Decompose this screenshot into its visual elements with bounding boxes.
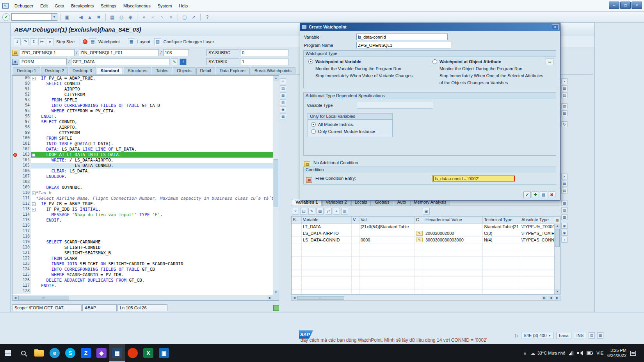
code-line-108[interactable]: 108 — [12, 179, 273, 185]
columns-icon[interactable]: ▦ — [317, 208, 324, 215]
layout-button[interactable]: Layout — [137, 39, 150, 44]
status-doc-icon[interactable]: ▤ — [589, 332, 595, 339]
tab-detail[interactable]: Detail — [196, 67, 215, 74]
edit-value-icon[interactable]: ✎ — [416, 238, 423, 242]
page-right-icon[interactable]: ▶ — [555, 296, 560, 300]
code-line-113[interactable]: 113− IF PV_IDB IS INITIAL. — [12, 207, 273, 212]
confirm-button[interactable]: ✔ — [523, 192, 531, 198]
detail-icon[interactable]: ▤ — [300, 208, 307, 215]
fold-column[interactable]: − — [31, 207, 36, 212]
tab-objects[interactable]: Objects — [173, 67, 195, 74]
include-field[interactable]: ZIN_OPENSQL1_F01 — [79, 49, 159, 56]
breakpoint-column[interactable] — [12, 245, 18, 250]
breakpoint-column[interactable] — [12, 130, 18, 136]
breakpoint-column[interactable] — [12, 158, 18, 163]
code-line-112[interactable]: 112− IF PV_CB = ABAP_TRUE. — [12, 201, 273, 207]
fold-column[interactable]: − — [31, 201, 36, 207]
step-out-icon[interactable]: ↥ — [30, 38, 37, 45]
configure-debugger-layer-button[interactable]: Configure Debugger Layer — [164, 39, 214, 44]
breakpoint-column[interactable] — [12, 218, 18, 223]
table-vertical-scrollbar[interactable]: ▲ ▼ — [554, 224, 560, 294]
column-header-variable[interactable]: Variable — [302, 216, 352, 223]
previous-page-icon[interactable]: ‹ — [149, 13, 157, 21]
breakpoint-column[interactable] — [12, 267, 18, 272]
menu-goto[interactable]: Goto — [51, 2, 68, 10]
taskbar-purple-app[interactable]: ◆ — [94, 344, 109, 362]
breakpoints-icon[interactable] — [83, 39, 87, 44]
next-page-icon[interactable]: › — [158, 13, 166, 21]
language-indicator[interactable]: VIE — [596, 351, 603, 355]
scrollbar-thumb[interactable] — [555, 229, 560, 247]
close-panel-icon[interactable]: × — [561, 78, 568, 84]
menu-miscellaneous[interactable]: Miscellaneous — [120, 2, 154, 10]
configure-layer-icon[interactable]: ▧ — [154, 38, 161, 45]
chevron-down-icon[interactable]: ▼ — [548, 334, 551, 337]
code-line-104[interactable]: 104 WRITE: / LS_DATA-AIRPTO, — [12, 158, 273, 163]
code-line-116[interactable]: 116 — [12, 223, 273, 229]
program-name-input[interactable] — [356, 42, 452, 48]
code-line-96[interactable]: 96 ENDIF. — [12, 114, 273, 119]
breakpoint-column[interactable] — [12, 119, 18, 125]
breakpoint-column[interactable] — [12, 174, 18, 179]
breakpoint-column[interactable] — [12, 87, 18, 92]
breakpoint-column[interactable] — [12, 81, 18, 87]
step-over-icon[interactable]: ↷ — [22, 38, 29, 45]
code-line-127[interactable]: 127 ENDIF. — [12, 283, 273, 289]
fold-toggle-icon[interactable]: − — [32, 192, 36, 195]
command-field[interactable] — [12, 14, 51, 20]
scroll-right-icon[interactable]: ▶ — [542, 296, 547, 300]
table-row[interactable]: LS_DATA-CONNID0000✎3000300030003000N(4)\… — [292, 237, 560, 243]
close-panel-icon-2[interactable]: × — [561, 174, 568, 179]
breakpoint-column[interactable] — [12, 169, 18, 174]
breakpoint-column[interactable] — [12, 108, 18, 114]
breakpoint-column[interactable] — [12, 223, 18, 229]
breakpoint-column[interactable] — [12, 147, 18, 152]
code-line-95[interactable]: 95 WHERE CITYFROM = PV_CITA. — [12, 108, 273, 114]
free-condition-input[interactable]: ls_data-connid = '0002' — [432, 175, 515, 182]
breakpoint-column[interactable] — [12, 283, 18, 289]
volume-icon[interactable] — [577, 351, 583, 355]
code-line-109[interactable]: 109 BREAK QUYNHBC. — [12, 185, 273, 190]
insert-icon[interactable]: + — [333, 208, 340, 215]
calendar-icon[interactable]: ▦ — [561, 85, 568, 91]
code-line-110[interactable]: 110−*Cau b — [12, 190, 273, 196]
editor-button[interactable]: ▦ — [540, 192, 547, 198]
program-field[interactable]: ZPG_OPENSQL1 — [20, 49, 75, 56]
edit-icon[interactable]: ✎ — [308, 208, 315, 215]
layout-icon[interactable]: ▦ — [280, 114, 286, 119]
table-icon[interactable]: ▦ — [561, 200, 568, 206]
code-line-124[interactable]: 124 INTO CORRESPONDING FIELDS OF TABLE G… — [12, 267, 273, 272]
breakpoint-column[interactable] — [12, 114, 18, 119]
breakpoint-column[interactable] — [12, 201, 18, 207]
scroll-left-icon[interactable]: ◀ — [12, 295, 18, 300]
fold-column[interactable]: − — [31, 190, 36, 196]
taskbar-excel[interactable]: X — [141, 344, 156, 362]
scroll-up-icon[interactable]: ▲ — [273, 76, 279, 81]
print-icon[interactable]: ▤ — [109, 13, 116, 21]
menu-settings[interactable]: Settings — [97, 2, 120, 10]
page-left-icon[interactable]: ◀ — [548, 296, 553, 300]
event-type-field[interactable]: FORM — [20, 58, 67, 65]
refresh-icon[interactable]: ↻ — [561, 121, 568, 127]
cell[interactable] — [424, 224, 483, 230]
breakpoint-column[interactable] — [12, 190, 18, 196]
code-line-120[interactable]: 120 SFLIGHT~CONNID — [12, 245, 273, 250]
grid-icon-2[interactable]: ▦ — [561, 181, 568, 186]
back-icon[interactable]: ◀ — [77, 13, 85, 21]
tab-desktop-1[interactable]: Desktop 1 — [13, 67, 40, 74]
table-icon[interactable]: ▥ — [280, 99, 286, 105]
step-into-icon[interactable]: ↧ — [14, 38, 21, 45]
all-module-instances-option[interactable]: All Module Instncs. — [311, 122, 354, 127]
dialog-close-icon[interactable]: × — [552, 24, 559, 30]
breakpoint-column[interactable] — [12, 207, 18, 212]
breakpoint-column[interactable] — [12, 240, 18, 245]
cell[interactable]: N(4) — [483, 237, 520, 243]
fold-toggle-icon[interactable]: − — [32, 153, 36, 157]
sort-icon[interactable]: ↕ — [561, 237, 568, 243]
column-header-c-[interactable]: C... — [415, 216, 424, 223]
code-line-107[interactable]: 107 ENDLOOP. — [12, 174, 273, 179]
breakpoint-column[interactable] — [12, 98, 18, 103]
taskbar-file-explorer[interactable] — [31, 344, 47, 362]
breakpoint-column[interactable] — [12, 179, 18, 185]
cell[interactable]: 200020002000 — [424, 230, 483, 236]
